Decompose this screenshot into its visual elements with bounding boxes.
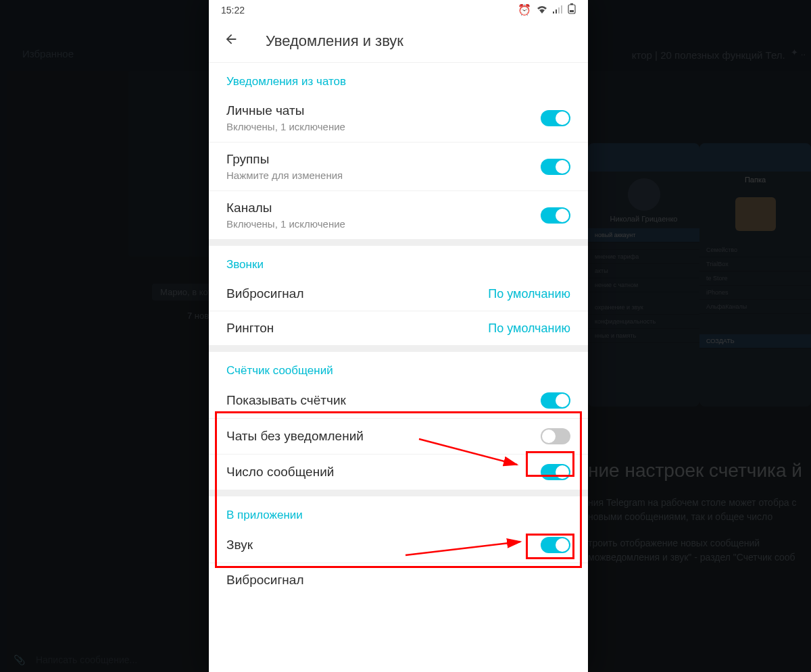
status-bar: 15:22 ⏰ [209,0,588,20]
svg-rect-3 [561,5,562,14]
label-groups: Группы [226,152,541,167]
row-vibro[interactable]: Вибросигнал По умолчанию [209,277,588,311]
label-ringtone: Рингтон [226,321,488,336]
status-time: 15:22 [221,5,245,16]
back-button[interactable] [224,32,239,51]
label-muted-chats: Чаты без уведомлений [226,429,541,444]
toggle-message-count[interactable] [541,464,570,480]
label-channels: Каналы [226,201,541,215]
sub-groups: Нажмите для изменения [226,170,541,181]
sub-channels: Включены, 1 исключение [226,218,541,230]
toggle-muted-chats[interactable] [541,428,570,444]
toggle-groups[interactable] [541,159,570,175]
svg-rect-5 [570,3,573,5]
svg-rect-0 [553,11,554,14]
label-personal: Личные чаты [226,103,541,118]
section-head-counter: Счётчик сообщений [209,352,588,383]
row-muted-chats[interactable]: Чаты без уведомлений [209,419,588,455]
app-bar: Уведомления и звук [209,20,588,63]
row-personal-chats[interactable]: Личные чаты Включены, 1 исключение [209,94,588,143]
svg-rect-4 [568,5,575,14]
row-message-count[interactable]: Число сообщений [209,455,588,490]
label-vibro: Вибросигнал [226,286,488,301]
row-ringtone[interactable]: Рингтон По умолчанию [209,311,588,345]
toggle-inapp-sound[interactable] [541,537,570,553]
label-inapp-vibro: Вибросигнал [226,573,570,588]
row-inapp-sound[interactable]: Звук [209,527,588,563]
svg-rect-1 [556,9,557,14]
label-inapp-sound: Звук [226,538,541,552]
svg-rect-6 [570,10,574,12]
section-head-calls: Звонки [209,246,588,277]
alarm-icon: ⏰ [518,3,531,16]
page-title: Уведомления и звук [266,32,403,50]
toggle-show-counter[interactable] [541,392,570,409]
value-vibro: По умолчанию [488,287,570,301]
label-show-counter: Показывать счётчик [226,393,541,408]
sub-personal: Включены, 1 исключение [226,121,541,132]
row-groups[interactable]: Группы Нажмите для изменения [209,143,588,191]
wifi-icon [537,4,547,16]
section-head-inapp: В приложении [209,496,588,527]
battery-icon [568,3,576,17]
toggle-channels[interactable] [541,207,570,224]
toggle-personal[interactable] [541,110,570,126]
phone-screenshot: 15:22 ⏰ Уведомления и звук Уведомления и… [209,0,588,672]
label-message-count: Число сообщений [226,465,541,480]
signal-icon [553,4,562,16]
row-channels[interactable]: Каналы Включены, 1 исключение [209,191,588,239]
value-ringtone: По умолчанию [488,321,570,336]
svg-rect-2 [558,7,560,14]
row-show-counter[interactable]: Показывать счётчик [209,383,588,419]
row-inapp-vibro[interactable]: Вибросигнал [209,563,588,597]
section-head-chats: Уведомления из чатов [209,63,588,94]
